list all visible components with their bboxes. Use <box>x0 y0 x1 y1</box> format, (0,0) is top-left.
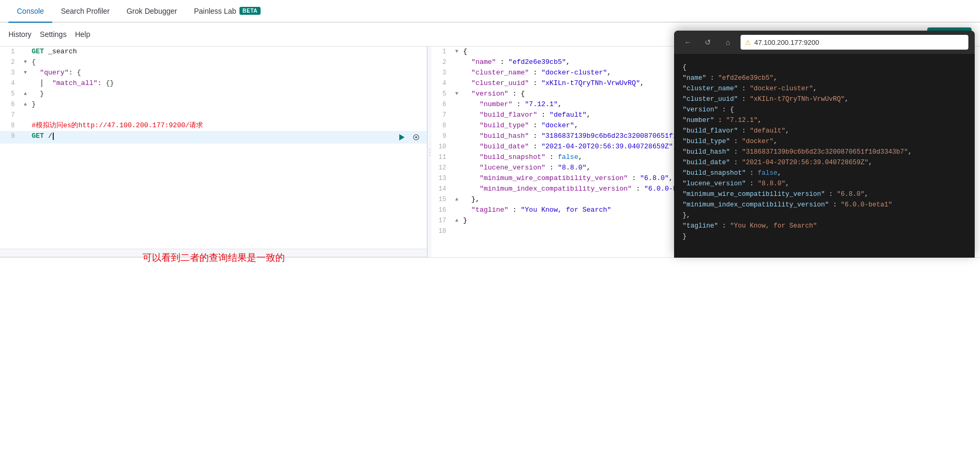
svg-marker-0 <box>399 134 405 140</box>
browser-line: "version" : { <box>683 105 966 115</box>
browser-line: "minimum_index_compatibility_version" : … <box>683 200 966 210</box>
code-line-2: 2 ▼ { <box>0 57 427 68</box>
code-line-7: 7 <box>0 110 427 120</box>
tab-grok-debugger[interactable]: Grok Debugger <box>118 0 186 23</box>
browser-home-button[interactable]: ⌂ <box>720 35 735 50</box>
tab-painless-lab-label: Painless Lab <box>194 7 236 15</box>
browser-line: "number" : "7.12.1", <box>683 115 966 126</box>
tab-search-profiler[interactable]: Search Profiler <box>52 0 118 23</box>
annotation-text: 可以看到二者的查询结果是一致的 <box>142 251 285 264</box>
tools-button[interactable] <box>410 131 422 144</box>
app-container: Console Search Profiler Grok Debugger Pa… <box>0 0 980 462</box>
svg-point-2 <box>415 136 417 138</box>
code-editor-pane: 1 GET _search 2 ▼ { 3 ▼ "query": { <box>0 46 427 257</box>
browser-url[interactable]: 47.100.200.177:9200 <box>754 39 964 46</box>
browser-back-button[interactable]: ← <box>680 35 695 50</box>
tab-grok-debugger-label: Grok Debugger <box>127 7 177 15</box>
browser-line: } <box>683 231 966 242</box>
help-button[interactable]: Help <box>75 28 90 41</box>
top-nav: Console Search Profiler Grok Debugger Pa… <box>0 0 980 23</box>
tab-search-profiler-label: Search Profiler <box>61 7 110 15</box>
browser-line: "build_hash" : "3186837139b9c6b6d23c3200… <box>683 147 966 157</box>
url-val: _search <box>48 48 77 55</box>
browser-line: "tagline" : "You Know, for Search" <box>683 221 966 231</box>
settings-button[interactable]: Settings <box>40 28 67 41</box>
warning-icon: ⚠ <box>745 39 751 46</box>
browser-line: { <box>683 62 966 73</box>
beta-badge: BETA <box>239 7 261 15</box>
browser-address-bar: ⚠ 47.100.200.177:9200 <box>741 35 968 50</box>
browser-line: }, <box>683 210 966 221</box>
browser-line: "build_date" : "2021-04-20T20:56:39.0407… <box>683 157 966 168</box>
browser-line: "cluster_name" : "docker-cluster", <box>683 83 966 94</box>
tab-painless-lab[interactable]: Painless Lab BETA <box>186 0 270 23</box>
browser-line: "minimum_wire_compatibility_version" : "… <box>683 189 966 200</box>
vertical-resizer[interactable] <box>427 46 431 257</box>
tab-console[interactable]: Console <box>8 0 52 23</box>
browser-line: "name" : "efd2e6e39cb5", <box>683 73 966 83</box>
browser-window: ← ↺ ⌂ ⚠ 47.100.200.177:9200 { "name" : "… <box>674 31 975 258</box>
browser-line: "lucene_version" : "8.8.0", <box>683 178 966 189</box>
browser-line: "cluster_uuid" : "xKILn-t7QryTNh-VrwUvRQ… <box>683 94 966 105</box>
browser-reload-button[interactable]: ↺ <box>700 35 715 50</box>
browser-topbar: ← ↺ ⌂ ⚠ 47.100.200.177:9200 <box>674 31 975 54</box>
line-actions <box>395 131 422 144</box>
browser-content: { "name" : "efd2e6e39cb5", "cluster_name… <box>674 54 975 258</box>
code-editor[interactable]: 1 GET _search 2 ▼ { 3 ▼ "query": { <box>0 46 427 249</box>
code-line-4: 4 │ "match_all": {} <box>0 78 427 89</box>
tab-console-label: Console <box>17 7 44 15</box>
browser-line: "build_flavor" : "default", <box>683 126 966 136</box>
run-button[interactable] <box>395 131 408 144</box>
code-line-1: 1 GET _search <box>0 46 427 57</box>
code-line-9: 9 GET / <box>0 131 427 144</box>
keyword-get: GET <box>32 48 44 55</box>
code-line-8: 8 #模拟访问es的http://47.100.200.177:9200/请求 <box>0 120 427 131</box>
browser-line: "build_type" : "docker", <box>683 136 966 147</box>
code-line-6: 6 ▲ } <box>0 99 427 110</box>
history-button[interactable]: History <box>8 28 32 41</box>
code-line-3: 3 ▼ "query": { <box>0 68 427 78</box>
code-line-5: 5 ▲ } <box>0 89 427 99</box>
cursor <box>53 133 54 140</box>
browser-line: "build_snapshot" : false, <box>683 168 966 178</box>
